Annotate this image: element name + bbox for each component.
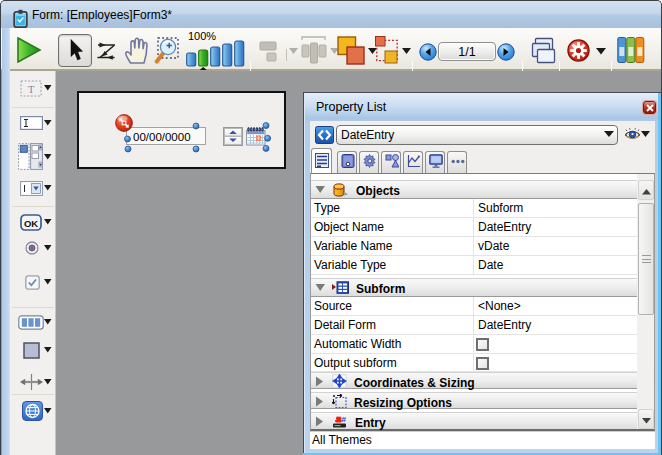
- svg-text:T: T: [28, 83, 35, 95]
- svg-text:#: #: [342, 415, 347, 424]
- svg-text:OK: OK: [24, 218, 38, 229]
